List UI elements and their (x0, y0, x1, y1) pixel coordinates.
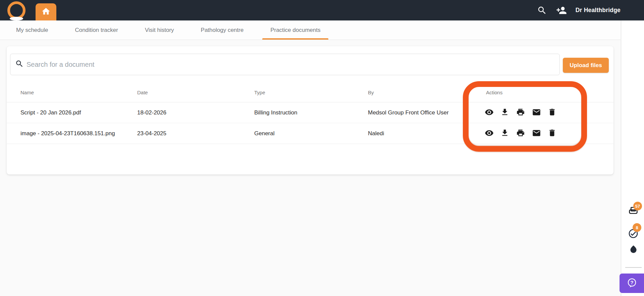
tab-my-schedule[interactable]: My schedule (8, 20, 56, 40)
water-drop-icon (629, 245, 638, 255)
document-search-box (10, 54, 560, 75)
trash-icon (548, 108, 556, 117)
home-icon (41, 7, 51, 17)
tab-pathology-centre[interactable]: Pathology centre (193, 20, 252, 40)
topbar-right-cluster: Dr Healthbridge (537, 0, 644, 20)
top-bar: Dr Healthbridge (0, 0, 644, 20)
tab-visit-history[interactable]: Visit history (137, 20, 182, 40)
documents-card: Upload files Name Date Type By Actions S… (7, 46, 613, 175)
column-header-date: Date (137, 89, 148, 95)
tab-bar: My schedule Condition tracker Visit hist… (0, 20, 621, 40)
row-actions (483, 102, 558, 123)
column-header-type: Type (254, 89, 265, 95)
download-button[interactable] (499, 128, 511, 140)
trash-icon (548, 129, 556, 138)
search-input[interactable] (26, 61, 555, 68)
svg-text:?: ? (630, 280, 633, 285)
column-header-actions: Actions (486, 89, 502, 95)
document-by: Medsol Group Front Office User (368, 109, 449, 116)
ink-button[interactable] (627, 244, 639, 256)
upload-files-button[interactable]: Upload files (563, 58, 609, 73)
tasks-badge: 8 (633, 223, 641, 232)
print-queue-badge: 57 (633, 202, 642, 210)
table-row: image - 2025-04-23T160638.151.png 23-04-… (7, 123, 613, 144)
print-button[interactable] (515, 107, 527, 119)
tab-practice-documents[interactable]: Practice documents (262, 20, 328, 40)
tab-condition-tracker[interactable]: Condition tracker (67, 20, 126, 40)
right-rail: 57 8 ? (621, 20, 644, 296)
column-header-name: Name (20, 89, 34, 95)
table-header: Name Date Type By Actions (7, 82, 613, 102)
table-row: Script - 20 Jan 2026.pdf 18-02-2026 Bill… (7, 102, 613, 123)
printer-icon (516, 129, 525, 138)
document-name: Script - 20 Jan 2026.pdf (20, 109, 81, 116)
download-icon (500, 108, 509, 117)
printer-icon (516, 108, 525, 117)
download-icon (500, 129, 509, 138)
home-button[interactable] (36, 3, 56, 20)
mail-icon (532, 108, 541, 118)
search-icon[interactable] (537, 5, 547, 16)
email-button[interactable] (530, 128, 542, 140)
delete-button[interactable] (546, 107, 558, 119)
help-button[interactable]: ? (620, 274, 644, 293)
person-add-icon[interactable] (556, 5, 567, 16)
rail-divider (625, 267, 642, 268)
document-type: Billing Instruction (254, 109, 298, 116)
user-name: Dr Healthbridge (576, 7, 621, 14)
email-button[interactable] (530, 107, 542, 119)
mail-icon (532, 129, 541, 139)
help-icon: ? (627, 278, 637, 289)
eye-icon (485, 129, 494, 139)
view-button[interactable] (483, 107, 495, 119)
print-button[interactable] (515, 128, 527, 140)
document-date: 18-02-2026 (137, 109, 166, 116)
row-actions (483, 123, 558, 144)
delete-button[interactable] (546, 128, 558, 140)
content-area: Upload files Name Date Type By Actions S… (0, 40, 621, 296)
logo-base (10, 17, 23, 20)
document-date: 23-04-2025 (137, 130, 166, 137)
healthbridge-logo[interactable] (7, 1, 25, 19)
document-name: image - 2025-04-23T160638.151.png (20, 130, 115, 137)
search-icon (15, 59, 24, 69)
document-type: General (254, 130, 274, 137)
document-by: Naledi (368, 130, 384, 137)
view-button[interactable] (483, 128, 495, 140)
download-button[interactable] (499, 107, 511, 119)
eye-icon (485, 108, 494, 118)
column-header-by: By (368, 89, 374, 95)
